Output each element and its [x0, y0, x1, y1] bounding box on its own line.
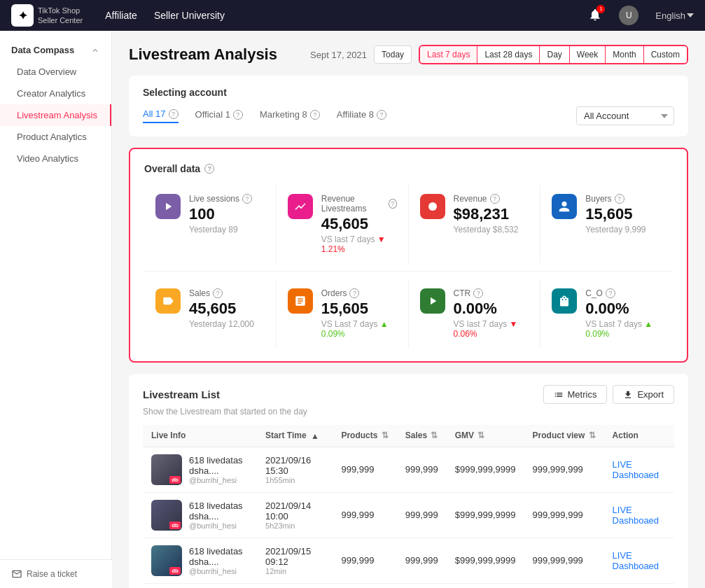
account-section-title: Selecting account	[143, 87, 674, 98]
products-cell-3: 999,999	[333, 583, 396, 588]
duration-0: 1h55min	[265, 476, 324, 484]
live-info-cell-3: db 618 livedatas dsha.... @burrihi_hesi	[143, 583, 257, 588]
action-cell-1[interactable]: LIVE Dashboaed	[604, 492, 674, 538]
start-time-0: 2021/09/16 15:30	[265, 455, 324, 476]
last28-button[interactable]: Last 28 days	[477, 46, 540, 63]
metric-ctr: CTR ? 0.00% VS last 7 days ▼ 0.06%	[409, 280, 541, 347]
logo-area[interactable]: ✦ TikTok ShopSeller Center	[11, 4, 83, 27]
live-thumb-badge-0: db	[169, 476, 181, 484]
official1-info-icon: ?	[233, 110, 243, 120]
overall-data-card: Overall data ? Live sessions ?	[129, 148, 688, 363]
week-button[interactable]: Week	[570, 46, 606, 63]
revenue-icon	[420, 194, 445, 219]
metric-co: C_O ? 0.00% VS Last 7 days ▲ 0.09%	[540, 280, 673, 347]
start-time-2: 2021/09/15 09:12	[265, 546, 324, 567]
sales-value: 45,605	[189, 300, 265, 318]
table-row: db 618 livedatas dsha.... @burrihi_hesi …	[143, 492, 674, 538]
current-date: Sept 17, 2021	[310, 50, 367, 60]
live-user-2: @burrihi_hesi	[189, 567, 249, 575]
nav-seller-university[interactable]: Seller University	[154, 10, 225, 21]
account-section: Selecting account All 17 ? Official 1 ? …	[129, 76, 688, 136]
metrics-button[interactable]: Metrics	[543, 385, 608, 404]
action-cell-3: LIVE Dashboaed	[604, 583, 674, 588]
revenue-value: $98,231	[454, 205, 529, 223]
export-button[interactable]: Export	[613, 385, 674, 404]
sales-cell-1: 999,999	[397, 492, 447, 538]
col-sales[interactable]: Sales ⇅	[397, 425, 447, 447]
ctr-label: CTR ?	[454, 288, 529, 298]
metric-orders: Orders ? 15,605 VS Last 7 days ▲ 0.09%	[277, 280, 409, 347]
sort-sales[interactable]: ⇅	[431, 430, 438, 440]
live-thumb-badge-1: db	[169, 522, 181, 529]
gmv-cell-0: $999,999,9999	[447, 447, 524, 492]
month-button[interactable]: Month	[606, 46, 643, 63]
products-cell-2: 999,999	[333, 538, 396, 583]
product-view-cell-1: 999,999,999	[524, 492, 604, 538]
overall-data-info-icon: ?	[204, 164, 214, 174]
start-time-cell-2: 2021/09/15 09:12 12min	[257, 538, 333, 583]
page-header: Livestream Analysis Sept 17, 2021 Today …	[129, 45, 688, 64]
main-content: Livestream Analysis Sept 17, 2021 Today …	[112, 31, 705, 588]
revenue-livestreams-icon	[288, 194, 313, 219]
live-user-1: @burrihi_hesi	[189, 522, 249, 530]
duration-1: 5h23min	[265, 522, 324, 530]
tab-marketing8[interactable]: Marketing 8 ?	[260, 109, 320, 122]
account-tabs-row: All 17 ? Official 1 ? Marketing 8 ? Affi…	[143, 106, 674, 125]
products-cell-1: 999,999	[333, 492, 396, 538]
sidebar-item-product-analytics[interactable]: Product Analytics	[0, 126, 111, 148]
revenue-livestreams-value: 45,605	[321, 215, 397, 233]
sort-gmv[interactable]: ⇅	[477, 430, 484, 440]
tab-affiliate8[interactable]: Affiliate 8 ?	[337, 109, 386, 122]
action-link-0[interactable]: LIVE Dashboaed	[613, 459, 659, 480]
sidebar-item-livestream-analysis[interactable]: Livestream Analysis	[0, 104, 111, 126]
table-row: db 618 livedatas dsha.... @burrihi_hesi …	[143, 447, 674, 492]
metric-sales: Sales ? 45,605 Yesterday 12,000	[144, 280, 277, 347]
day-button[interactable]: Day	[540, 46, 569, 63]
live-sessions-compare: Yesterday 89	[189, 225, 265, 234]
action-link-1[interactable]: LIVE Dashboaed	[613, 505, 659, 526]
affiliate8-info-icon: ?	[377, 110, 386, 120]
revenue-compare: Yesterday $8,532	[454, 225, 529, 234]
today-button[interactable]: Today	[374, 46, 412, 64]
co-value: 0.00%	[585, 300, 662, 318]
action-cell-0[interactable]: LIVE Dashboaed	[604, 447, 674, 492]
action-link-2[interactable]: LIVE Dashboaed	[613, 550, 659, 571]
col-start-time[interactable]: Start Time ▲	[257, 425, 333, 447]
sales-cell-3: 999,999	[397, 583, 447, 588]
tab-all17[interactable]: All 17 ?	[143, 108, 179, 123]
notification-bell[interactable]: 1	[588, 8, 602, 24]
sort-product-view[interactable]: ⇅	[589, 430, 596, 440]
action-cell-2[interactable]: LIVE Dashboaed	[604, 538, 674, 583]
sidebar-item-creator-analytics[interactable]: Creator Analytics	[0, 83, 111, 104]
account-select-wrapper[interactable]: All Account	[576, 106, 674, 125]
table-row: db 618 livedatas dsha.... @burrihi_hesi …	[143, 583, 674, 588]
buyers-label: Buyers ?	[585, 194, 662, 204]
table-row: db 618 livedatas dsha.... @burrihi_hesi …	[143, 538, 674, 583]
col-product-view[interactable]: Product view ⇅	[524, 425, 604, 447]
language-selector[interactable]: English	[655, 10, 694, 21]
top-navigation: ✦ TikTok ShopSeller Center Affiliate Sel…	[0, 0, 705, 31]
livestream-table: Live Info Start Time ▲ Products ⇅ Sales	[143, 425, 674, 588]
col-products[interactable]: Products ⇅	[333, 425, 396, 447]
product-view-cell-3: 999,999,999	[524, 583, 604, 588]
live-user-0: @burrihi_hesi	[189, 476, 249, 484]
start-time-cell-3: 2021/09/12 05:00 3h50min	[257, 583, 333, 588]
sidebar-item-video-analytics[interactable]: Video Analytics	[0, 148, 111, 169]
sales-compare: Yesterday 12,000	[189, 319, 265, 329]
sort-products[interactable]: ⇅	[382, 430, 389, 440]
nav-affiliate[interactable]: Affiliate	[105, 10, 137, 21]
sidebar-item-data-overview[interactable]: Data Overview	[0, 61, 111, 83]
col-gmv[interactable]: GMV ⇅	[447, 425, 524, 447]
account-select[interactable]: All Account	[576, 106, 674, 125]
last7-button[interactable]: Last 7 days	[420, 46, 477, 63]
sort-start-time[interactable]: ▲	[311, 431, 319, 441]
raise-ticket-button[interactable]: Raise a ticket	[0, 559, 112, 588]
orders-compare: VS Last 7 days ▲ 0.09%	[321, 319, 397, 339]
sidebar-section-data-compass[interactable]: Data Compass	[0, 39, 111, 61]
date-range-group: Last 7 days Last 28 days Day Week Month …	[419, 45, 688, 64]
user-avatar[interactable]: U	[619, 6, 638, 25]
custom-button[interactable]: Custom	[644, 46, 687, 63]
tab-official1[interactable]: Official 1 ?	[195, 109, 243, 122]
revenue-label: Revenue ?	[454, 194, 529, 204]
metric-buyers: Buyers ? 15,605 Yesterday 9,999	[540, 186, 673, 262]
